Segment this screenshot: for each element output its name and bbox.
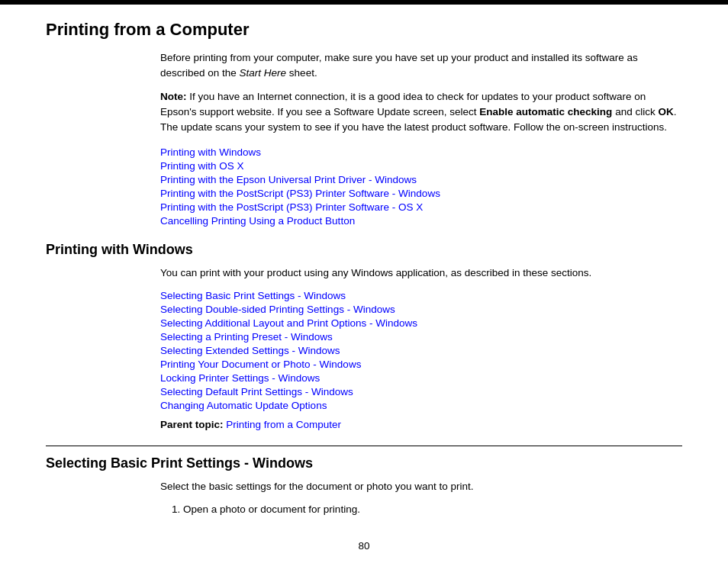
list-item: Printing with the Epson Universal Print … bbox=[160, 173, 682, 185]
list-item: Printing with Windows bbox=[160, 146, 682, 158]
section-divider bbox=[46, 446, 682, 446]
list-item: Printing Your Document or Photo - Window… bbox=[160, 358, 682, 370]
intro-text-after: sheet. bbox=[286, 67, 317, 79]
steps-list: Open a photo or document for printing. bbox=[183, 502, 682, 517]
nav-link[interactable]: Cancelling Printing Using a Product Butt… bbox=[160, 215, 355, 227]
intro-text-before: Before printing from your computer, make… bbox=[160, 52, 638, 79]
nav-link[interactable]: Printing with the PostScript (PS3) Print… bbox=[160, 201, 423, 213]
list-item: Locking Printer Settings - Windows bbox=[160, 372, 682, 384]
note-paragraph: Note: If you have an Internet connection… bbox=[160, 89, 682, 136]
printing-from-computer-links: Printing with WindowsPrinting with OS XP… bbox=[160, 146, 682, 227]
list-item: Selecting Additional Layout and Print Op… bbox=[160, 317, 682, 329]
nav-link[interactable]: Selecting Basic Print Settings - Windows bbox=[160, 290, 346, 301]
nav-link[interactable]: Printing Your Document or Photo - Window… bbox=[160, 359, 361, 370]
printing-with-windows-section: Printing with Windows You can print with… bbox=[46, 242, 682, 429]
list-item: Selecting Default Print Settings - Windo… bbox=[160, 385, 682, 397]
intro-italic: Start Here bbox=[240, 67, 287, 79]
list-item: Printing with the PostScript (PS3) Print… bbox=[160, 187, 682, 199]
list-item: Selecting Basic Print Settings - Windows bbox=[160, 289, 682, 301]
nav-link[interactable]: Printing with the Epson Universal Print … bbox=[160, 174, 417, 185]
nav-link[interactable]: Printing with OS X bbox=[160, 160, 244, 172]
list-item: Selecting Extended Settings - Windows bbox=[160, 344, 682, 356]
printing-with-windows-links: Selecting Basic Print Settings - Windows… bbox=[160, 289, 682, 411]
nav-link[interactable]: Selecting Default Print Settings - Windo… bbox=[160, 386, 353, 397]
note-body2: and click bbox=[612, 106, 658, 117]
printing-with-windows-intro: You can print with your product using an… bbox=[160, 265, 682, 281]
step-1: Open a photo or document for printing. bbox=[183, 502, 682, 517]
content-area: Printing from a Computer Before printing… bbox=[0, 20, 728, 563]
nav-link[interactable]: Printing with Windows bbox=[160, 146, 261, 158]
list-item: Selecting Double-sided Printing Settings… bbox=[160, 303, 682, 315]
nav-link[interactable]: Selecting Extended Settings - Windows bbox=[160, 345, 340, 356]
nav-link[interactable]: Printing with the PostScript (PS3) Print… bbox=[160, 188, 440, 199]
list-item: Cancelling Printing Using a Product Butt… bbox=[160, 214, 682, 227]
parent-topic-link[interactable]: Printing from a Computer bbox=[226, 419, 341, 430]
selecting-basic-print-intro: Select the basic settings for the docume… bbox=[160, 479, 682, 494]
printing-with-windows-indent: You can print with your product using an… bbox=[160, 265, 682, 429]
printing-from-computer-section: Printing from a Computer Before printing… bbox=[46, 20, 682, 227]
list-item: Printing with the PostScript (PS3) Print… bbox=[160, 201, 682, 213]
selecting-basic-print-title: Selecting Basic Print Settings - Windows bbox=[46, 455, 682, 471]
printing-with-windows-title: Printing with Windows bbox=[46, 242, 682, 258]
selecting-basic-print-section: Selecting Basic Print Settings - Windows… bbox=[46, 446, 682, 518]
page-container: Printing from a Computer Before printing… bbox=[0, 0, 728, 563]
nav-link[interactable]: Selecting Double-sided Printing Settings… bbox=[160, 304, 395, 315]
parent-topic-label: Parent topic: bbox=[160, 419, 224, 430]
nav-link[interactable]: Changing Automatic Update Options bbox=[160, 400, 327, 411]
list-item: Selecting a Printing Preset - Windows bbox=[160, 330, 682, 343]
note-bold1: Enable automatic checking bbox=[479, 106, 612, 117]
list-item: Changing Automatic Update Options bbox=[160, 399, 682, 411]
top-rule bbox=[0, 0, 728, 5]
parent-topic-line: Parent topic: Printing from a Computer bbox=[160, 419, 682, 430]
nav-link[interactable]: Selecting a Printing Preset - Windows bbox=[160, 331, 333, 343]
printing-from-computer-title: Printing from a Computer bbox=[46, 20, 682, 40]
printing-from-computer-indent: Before printing from your computer, make… bbox=[160, 50, 682, 227]
nav-link[interactable]: Selecting Additional Layout and Print Op… bbox=[160, 317, 417, 329]
note-bold2: OK bbox=[658, 106, 673, 117]
note-label: Note: bbox=[160, 91, 187, 102]
list-item: Printing with OS X bbox=[160, 159, 682, 172]
selecting-basic-print-indent: Select the basic settings for the docume… bbox=[160, 479, 682, 518]
printing-from-computer-intro: Before printing from your computer, make… bbox=[160, 50, 682, 82]
page-number: 80 bbox=[46, 540, 682, 552]
nav-link[interactable]: Locking Printer Settings - Windows bbox=[160, 372, 320, 384]
